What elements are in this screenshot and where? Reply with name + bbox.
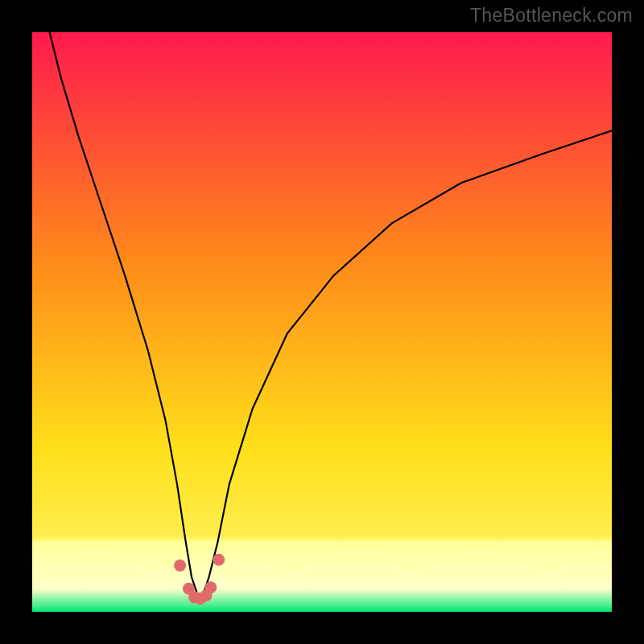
gradient-background bbox=[32, 32, 612, 612]
watermark-text: TheBottleneck.com bbox=[470, 5, 633, 27]
plot-area bbox=[32, 32, 612, 612]
chart-frame: TheBottleneck.com bbox=[0, 0, 644, 644]
dip-marker bbox=[204, 581, 217, 593]
dip-marker bbox=[213, 554, 225, 566]
dip-marker bbox=[174, 559, 186, 572]
bottleneck-chart bbox=[32, 32, 612, 612]
